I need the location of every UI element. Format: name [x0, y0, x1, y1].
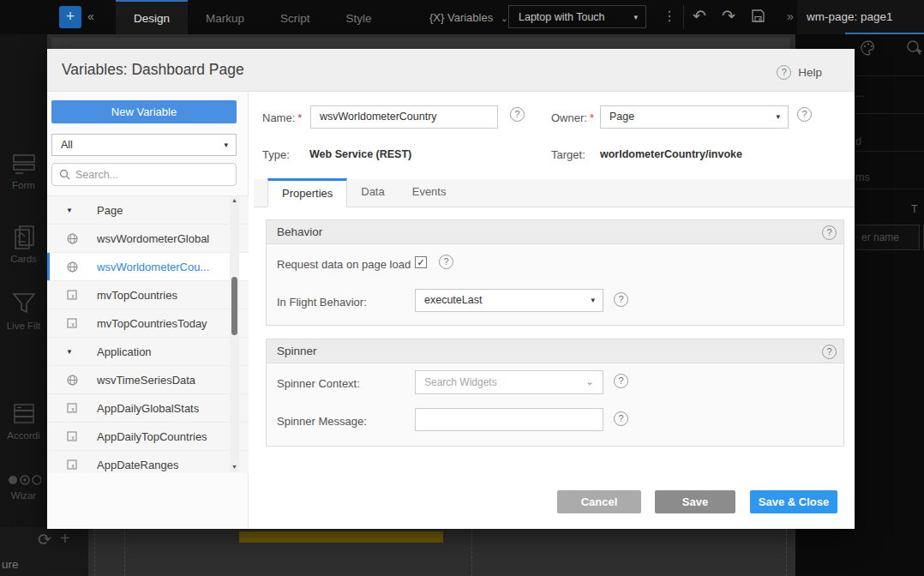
palette-item-form[interactable]: Form [0, 153, 47, 190]
variable-group-application[interactable]: ▼ Application [47, 338, 249, 366]
variable-item[interactable]: x AppDailyTopCountries [47, 423, 249, 451]
owner-help-icon[interactable]: ? [797, 107, 812, 122]
accordion-icon [11, 401, 37, 427]
help-question-icon: ? [777, 65, 791, 80]
detail-tabs: Properties Data Events [254, 179, 855, 207]
spinner-context-select[interactable]: Search Widgets ⌄ [415, 370, 603, 394]
tab-events[interactable]: Events [399, 178, 460, 207]
dialog-title: Variables: Dashboard Page [62, 61, 244, 79]
variable-item-selected[interactable]: wsvWorldometerCou... [47, 253, 249, 281]
spinner-message-help-icon[interactable]: ? [614, 411, 628, 426]
panel-input-dimmed: er name [854, 225, 920, 250]
device-preview-select[interactable]: Laptop with Touch ▾ [508, 5, 646, 28]
svg-text:x: x [72, 293, 75, 299]
tab-design[interactable]: Design [116, 0, 188, 34]
variable-item[interactable]: x AppDateRanges [47, 451, 249, 473]
zoom-cursor-icon[interactable] [905, 39, 924, 61]
spinner-section-header: Spinner ? [266, 339, 844, 363]
name-help-icon[interactable]: ? [510, 107, 525, 122]
spinner-message-input[interactable] [415, 408, 603, 431]
variables-menu-button[interactable]: {X} Variables ⌄ [429, 11, 508, 24]
palette-item-accordion[interactable]: Accordi [0, 401, 47, 441]
list-scrollbar[interactable]: ▲ ▼ [230, 195, 239, 471]
new-variable-button[interactable]: New Variable [51, 100, 237, 123]
spinner-help-icon[interactable]: ? [822, 345, 837, 359]
palette-item-label: Live Filt [0, 321, 47, 331]
redo-icon[interactable]: ↷ [722, 6, 735, 26]
search-icon [59, 169, 70, 180]
variable-item[interactable]: wsvTimeSeriesData [47, 366, 249, 394]
owner-label: Owner:* [551, 111, 594, 124]
variable-group-page[interactable]: ▼ Page [47, 196, 249, 225]
variable-list: ▼ Page wsvWordometerGlobal wsvWorldomete… [47, 195, 249, 473]
variable-group-label: Application [97, 345, 152, 358]
palette-item-label: Form [0, 180, 47, 190]
model-variable-icon: x [67, 403, 77, 413]
undo-icon[interactable]: ↶ [693, 6, 706, 26]
name-input[interactable]: wsvWorldometerCountry [310, 105, 498, 129]
add-widget-button[interactable]: + [59, 6, 81, 28]
palette-item-label: Wizar [0, 490, 47, 501]
layout-guide [471, 529, 472, 576]
page-tab[interactable]: wm-page: page1 [797, 0, 924, 34]
tab-script[interactable]: Script [262, 0, 328, 34]
variable-group-label: Page [97, 204, 123, 217]
model-variable-icon: x [67, 290, 77, 300]
add-icon[interactable]: + [60, 529, 70, 549]
owner-select[interactable]: Page ▾ [600, 105, 789, 129]
tab-markup[interactable]: Markup [188, 0, 262, 34]
more-options-icon[interactable]: ⋮ [663, 8, 676, 24]
variable-item-label: wsvWorldometerCou... [97, 261, 209, 273]
request-help-icon[interactable]: ? [439, 255, 453, 269]
variable-filter-select[interactable]: All ▾ [51, 134, 237, 156]
model-variable-icon: x [67, 459, 77, 470]
scroll-up-icon[interactable]: ▲ [230, 197, 239, 203]
toolbar-divider [683, 5, 684, 29]
page-tab-indicator [845, 33, 924, 34]
theme-palette-icon[interactable] [860, 39, 877, 60]
required-marker: * [590, 111, 594, 124]
collapse-panel-icon[interactable]: « [87, 9, 94, 23]
variable-item-label: wsvTimeSeriesData [97, 374, 195, 387]
palette-item-live-filter[interactable]: Live Filt [0, 290, 47, 331]
scrollbar-thumb[interactable] [231, 277, 237, 335]
behavior-section-header: Behavior ? [266, 219, 844, 244]
caret-down-icon: ▼ [66, 207, 73, 214]
web-service-icon [67, 233, 78, 244]
help-button[interactable]: ?Help [777, 64, 822, 80]
tab-data[interactable]: Data [347, 178, 398, 207]
request-checkbox[interactable]: ✓ [415, 256, 427, 268]
spinner-context-help-icon[interactable]: ? [614, 374, 628, 388]
refresh-icon[interactable]: ⟳ [38, 530, 51, 549]
palette-item-cards[interactable]: Cards [0, 225, 47, 264]
save-close-button[interactable]: Save & Close [750, 490, 837, 513]
inflight-help-icon[interactable]: ? [614, 292, 628, 307]
canvas-top-bar [51, 38, 790, 49]
save-icon[interactable] [751, 9, 765, 27]
variable-item[interactable]: wsvWordometerGlobal [47, 225, 249, 253]
structure-panel-corner: ⟳ + ure [0, 527, 88, 576]
dimmed-button-widget [239, 531, 443, 543]
tab-properties[interactable]: Properties [267, 178, 347, 207]
behavior-help-icon[interactable]: ? [822, 225, 837, 240]
variable-item-label: mvTopCountries [97, 289, 177, 302]
cancel-button[interactable]: Cancel [557, 490, 641, 513]
variable-item[interactable]: x AppDailyGlobalStats [47, 394, 249, 423]
palette-item-label: Cards [0, 254, 47, 264]
panel-text-fragment: ... [855, 87, 864, 99]
scroll-down-icon[interactable]: ▼ [230, 464, 239, 470]
name-label: Name:* [262, 111, 302, 124]
variable-item[interactable]: x mvTopCountriesToday [47, 309, 249, 338]
panel-text-fragment: ms [855, 171, 870, 183]
palette-item-wizard[interactable]: Wizar [0, 473, 47, 501]
save-button[interactable]: Save [655, 490, 735, 513]
target-value: worldometerCountry/invoke [600, 148, 742, 160]
type-value: Web Service (REST) [309, 148, 411, 160]
variable-item[interactable]: x mvTopCountries [47, 281, 249, 309]
expand-panel-icon[interactable]: » [787, 9, 794, 23]
tab-style[interactable]: Style [328, 0, 390, 34]
inflight-select[interactable]: executeLast ▾ [415, 289, 603, 312]
select-arrow-icon: ▾ [591, 290, 595, 311]
variable-search-input[interactable]: Search... [51, 163, 237, 186]
target-label: Target: [551, 148, 585, 161]
